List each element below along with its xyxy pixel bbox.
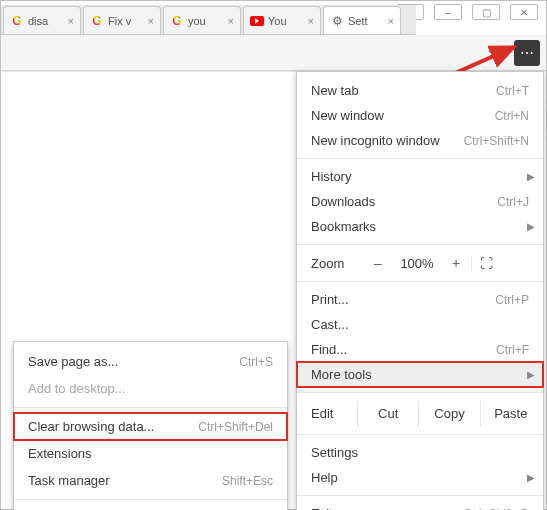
google-icon: G <box>90 14 104 28</box>
close-icon[interactable]: × <box>308 15 314 27</box>
tab-label: Sett <box>348 15 384 27</box>
chevron-right-icon: ▶ <box>527 369 535 380</box>
zoom-out-button[interactable]: – <box>363 255 393 271</box>
gear-icon: ⚙ <box>330 14 344 28</box>
tab-label: you <box>188 15 224 27</box>
edit-cut-button[interactable]: Cut <box>357 401 418 426</box>
close-icon[interactable]: × <box>388 15 394 27</box>
submenu-clear-browsing-data[interactable]: Clear browsing data...Ctrl+Shift+Del <box>14 413 287 440</box>
menu-downloads[interactable]: DownloadsCtrl+J <box>297 189 543 214</box>
menu-new-window[interactable]: New windowCtrl+N <box>297 103 543 128</box>
close-icon[interactable]: × <box>228 15 234 27</box>
menu-separator <box>14 407 287 408</box>
fullscreen-icon[interactable]: ⛶ <box>471 256 501 271</box>
menu-separator <box>14 499 287 500</box>
toolbar: ☆ ⋯ <box>1 35 546 71</box>
menu-zoom-row: Zoom – 100% + ⛶ <box>297 250 543 276</box>
menu-cast[interactable]: Cast... <box>297 312 543 337</box>
close-icon[interactable]: × <box>68 15 74 27</box>
close-button[interactable]: ✕ <box>510 4 538 20</box>
menu-edit-row: Edit Cut Copy Paste <box>297 398 543 429</box>
chevron-right-icon: ▶ <box>527 221 535 232</box>
submenu-extensions[interactable]: Extensions <box>14 440 287 467</box>
menu-separator <box>297 434 543 435</box>
chevron-right-icon: ▶ <box>527 171 535 182</box>
tab-1[interactable]: G Fix v × <box>83 6 161 34</box>
menu-new-incognito[interactable]: New incognito windowCtrl+Shift+N <box>297 128 543 153</box>
tab-4-active[interactable]: ⚙ Sett × <box>323 6 401 34</box>
youtube-icon <box>250 14 264 28</box>
more-tools-submenu: Save page as...Ctrl+S Add to desktop... … <box>13 341 288 510</box>
submenu-developer-tools[interactable]: Developer toolsCtrl+Shift+I <box>14 505 287 510</box>
edit-copy-button[interactable]: Copy <box>418 401 479 426</box>
submenu-save-page[interactable]: Save page as...Ctrl+S <box>14 348 287 375</box>
menu-separator <box>297 392 543 393</box>
menu-separator <box>297 158 543 159</box>
edit-paste-button[interactable]: Paste <box>480 401 541 426</box>
bookmark-star-icon[interactable]: ☆ <box>482 40 508 66</box>
tab-label: You <box>268 15 304 27</box>
menu-print[interactable]: Print...Ctrl+P <box>297 287 543 312</box>
zoom-in-button[interactable]: + <box>441 255 471 271</box>
close-icon[interactable]: × <box>148 15 154 27</box>
main-menu: New tabCtrl+T New windowCtrl+N New incog… <box>296 71 544 510</box>
menu-separator <box>297 495 543 496</box>
google-icon: G <box>170 14 184 28</box>
minimize-button[interactable]: – <box>434 4 462 20</box>
tab-2[interactable]: G you × <box>163 6 241 34</box>
google-icon: G <box>10 14 24 28</box>
menu-new-tab[interactable]: New tabCtrl+T <box>297 78 543 103</box>
window-titlebar: 👤 – ▢ ✕ <box>396 1 546 23</box>
zoom-value: 100% <box>393 256 441 271</box>
menu-separator <box>297 281 543 282</box>
menu-separator <box>297 244 543 245</box>
maximize-button[interactable]: ▢ <box>472 4 500 20</box>
menu-help[interactable]: Help▶ <box>297 465 543 490</box>
browser-window: 👤 – ▢ ✕ G disa × G Fix v × G you × You ×… <box>0 0 547 510</box>
zoom-label: Zoom <box>307 256 363 271</box>
submenu-add-to-desktop[interactable]: Add to desktop... <box>14 375 287 402</box>
menu-history[interactable]: History▶ <box>297 164 543 189</box>
menu-bookmarks[interactable]: Bookmarks▶ <box>297 214 543 239</box>
menu-find[interactable]: Find...Ctrl+F <box>297 337 543 362</box>
tab-label: Fix v <box>108 15 144 27</box>
submenu-task-manager[interactable]: Task managerShift+Esc <box>14 467 287 494</box>
menu-more-tools[interactable]: More tools▶ <box>297 362 543 387</box>
tab-0[interactable]: G disa × <box>3 6 81 34</box>
tab-3[interactable]: You × <box>243 6 321 34</box>
chevron-right-icon: ▶ <box>527 472 535 483</box>
edit-label: Edit <box>299 406 357 421</box>
extension-icon[interactable]: ⋯ <box>514 40 540 66</box>
tab-label: disa <box>28 15 64 27</box>
tab-strip: G disa × G Fix v × G you × You × ⚙ Sett … <box>1 5 416 35</box>
menu-exit[interactable]: ExitCtrl+Shift+Q <box>297 501 543 510</box>
menu-settings[interactable]: Settings <box>297 440 543 465</box>
